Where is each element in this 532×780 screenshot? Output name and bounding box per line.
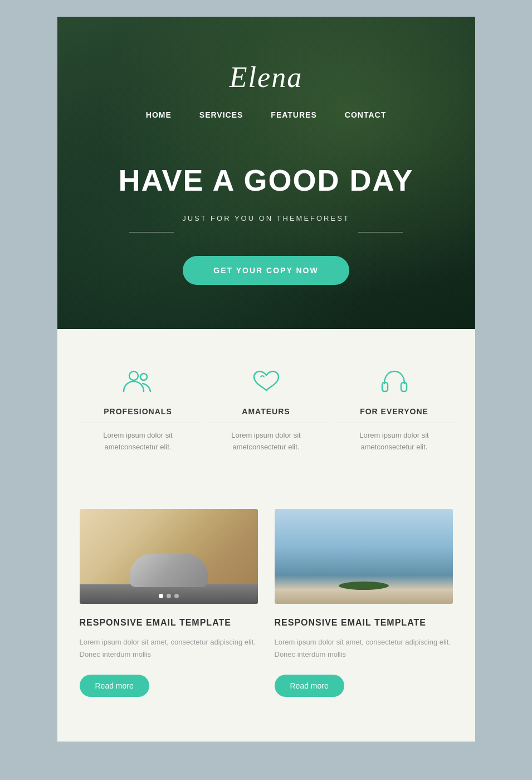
everyone-desc: Lorem ipsum dolor sit ametconsectetur el…	[336, 430, 453, 453]
nav-contact[interactable]: CONTACT	[345, 110, 386, 119]
car-image	[80, 509, 258, 604]
amateurs-desc: Lorem ipsum dolor sit ametconsectetur el…	[208, 430, 325, 453]
people-icon	[121, 368, 155, 396]
heart-icon	[250, 368, 283, 396]
card-1-image	[80, 509, 258, 604]
dot-3	[174, 594, 179, 598]
hero-section: Elena HOME SERVICES FEATURES CONTACT HAV…	[57, 17, 475, 329]
brand-logo: Elena	[57, 61, 475, 94]
cta-button[interactable]: GET YOUR COPY NOW	[183, 256, 349, 285]
card-2-read-more[interactable]: Read more	[275, 675, 344, 697]
hero-title: HAVE A GOOD DAY	[57, 164, 475, 197]
card-2-image	[275, 509, 453, 604]
professionals-title: PROFESIONALS	[80, 407, 197, 423]
cards-grid: RESPONSIVE EMAIL TEMPLATE Lorem ipsum do…	[80, 509, 453, 697]
hero-content: Elena HOME SERVICES FEATURES CONTACT HAV…	[57, 61, 475, 284]
feature-everyone: FOR EVERYONE Lorem ipsum dolor sit ametc…	[336, 368, 453, 453]
professionals-desc: Lorem ipsum dolor sit ametconsectetur el…	[80, 430, 197, 453]
svg-point-0	[129, 371, 138, 380]
card-1-title: RESPONSIVE EMAIL TEMPLATE	[80, 618, 258, 628]
nav-home[interactable]: HOME	[146, 110, 172, 119]
headphones-icon	[378, 368, 411, 396]
amateurs-title: AMATEURS	[208, 407, 325, 423]
everyone-title: FOR EVERYONE	[336, 407, 453, 423]
dot-1	[159, 594, 163, 598]
nav-services[interactable]: SERVICES	[199, 110, 243, 119]
dot-2	[167, 594, 171, 598]
page-wrapper: Elena HOME SERVICES FEATURES CONTACT HAV…	[57, 17, 475, 742]
features-section: PROFESIONALS Lorem ipsum dolor sit ametc…	[57, 329, 475, 498]
card-1-read-more[interactable]: Read more	[80, 675, 149, 697]
card-2-title: RESPONSIVE EMAIL TEMPLATE	[275, 618, 453, 628]
card-2-desc: Lorem ipsum dolor sit amet, consectetur …	[275, 636, 453, 661]
feature-professionals: PROFESIONALS Lorem ipsum dolor sit ametc…	[80, 368, 197, 453]
feature-amateurs: AMATEURS Lorem ipsum dolor sit ametconse…	[208, 368, 325, 453]
svg-point-1	[140, 374, 147, 380]
couple-image	[275, 509, 453, 604]
card-1-desc: Lorem ipsum dolor sit amet, consectetur …	[80, 636, 258, 661]
hero-divider: JUST FOR YOU ON THEMEFOREST	[57, 214, 475, 250]
features-grid: PROFESIONALS Lorem ipsum dolor sit ametc…	[80, 368, 453, 453]
card-1: RESPONSIVE EMAIL TEMPLATE Lorem ipsum do…	[80, 509, 258, 697]
navigation: HOME SERVICES FEATURES CONTACT	[57, 110, 475, 119]
card-1-indicator	[159, 594, 179, 598]
nav-features[interactable]: FEATURES	[271, 110, 316, 119]
hero-subtitle: JUST FOR YOU ON THEMEFOREST	[182, 214, 350, 222]
card-2: RESPONSIVE EMAIL TEMPLATE Lorem ipsum do…	[275, 509, 453, 697]
cards-section: RESPONSIVE EMAIL TEMPLATE Lorem ipsum do…	[57, 498, 475, 742]
